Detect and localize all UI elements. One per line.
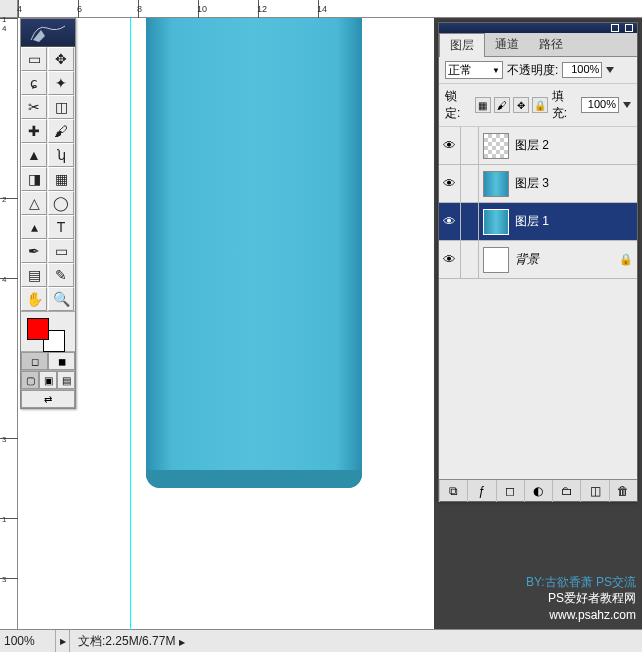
foreground-color[interactable]: [27, 318, 49, 340]
visibility-icon[interactable]: 👁: [439, 165, 461, 202]
blend-mode-select[interactable]: 正常 ▼: [445, 61, 503, 79]
layer-name[interactable]: 背景: [515, 251, 619, 268]
quickmask-on[interactable]: ◼: [48, 352, 75, 370]
pen-tool[interactable]: ✒: [21, 239, 47, 263]
toolbox: ▭ ✥ ɕ ✦ ✂ ◫ ✚ 🖌 ▲ ʮ ◨ ▦ △ ◯ ▴ T ✒ ▭ ▤ ✎ …: [20, 18, 76, 409]
layer-list: 👁 图层 2 👁 图层 3 👁 图层 1 👁 背景 🔒: [439, 127, 637, 279]
move-tool[interactable]: ✥: [48, 47, 74, 71]
layer-name[interactable]: 图层 3: [515, 175, 637, 192]
lock-paint-icon[interactable]: 🖌: [494, 97, 510, 113]
link-column[interactable]: [461, 127, 479, 164]
watermark-line3: www.psahz.com: [549, 608, 636, 622]
layer-thumbnail[interactable]: [483, 133, 509, 159]
fill-label: 填充:: [552, 88, 578, 122]
panel-titlebar[interactable]: [439, 23, 637, 33]
chevron-down-icon: ▼: [492, 66, 502, 75]
link-column[interactable]: [461, 165, 479, 202]
tab-paths[interactable]: 路径: [529, 33, 573, 56]
doc-label: 文档:: [78, 634, 105, 648]
lock-icon: 🔒: [619, 253, 637, 266]
jump-to-imageready[interactable]: ⇄: [21, 390, 75, 408]
minimize-icon[interactable]: [611, 24, 619, 32]
status-bar: 100% ▶ 文档:2.25M/6.77M▶: [0, 629, 642, 652]
zoom-tool[interactable]: 🔍: [48, 287, 74, 311]
eyedropper-tool[interactable]: ✎: [48, 263, 74, 287]
screenmode-full-menu[interactable]: ▣: [39, 371, 57, 389]
blend-mode-value: 正常: [448, 62, 472, 79]
lock-transparency-icon[interactable]: ▦: [475, 97, 491, 113]
toolbox-header[interactable]: [21, 19, 75, 47]
slice-tool[interactable]: ◫: [48, 95, 74, 119]
layer-style-icon[interactable]: ƒ: [467, 480, 495, 502]
quickmask-off[interactable]: ◻: [21, 352, 48, 370]
artwork-shape: [146, 18, 362, 488]
visibility-icon[interactable]: 👁: [439, 203, 461, 240]
history-brush-tool[interactable]: ʮ: [48, 143, 74, 167]
close-icon[interactable]: [625, 24, 633, 32]
heal-tool[interactable]: ✚: [21, 119, 47, 143]
lock-label: 锁定:: [445, 88, 471, 122]
stamp-tool[interactable]: ▲: [21, 143, 47, 167]
brush-tool[interactable]: 🖌: [48, 119, 74, 143]
layer-thumbnail[interactable]: [483, 247, 509, 273]
layer-row[interactable]: 👁 背景 🔒: [439, 241, 637, 279]
path-select-tool[interactable]: ▴: [21, 215, 47, 239]
layer-row[interactable]: 👁 图层 2: [439, 127, 637, 165]
gradient-tool[interactable]: ▦: [48, 167, 74, 191]
opacity-label: 不透明度:: [507, 62, 558, 79]
opacity-slider-icon[interactable]: [606, 67, 614, 73]
marquee-tool[interactable]: ▭: [21, 47, 47, 71]
fill-slider-icon[interactable]: [623, 102, 631, 108]
layer-thumbnail[interactable]: [483, 171, 509, 197]
new-layer-icon[interactable]: ◫: [580, 480, 608, 502]
zoom-value[interactable]: 100%: [0, 630, 56, 652]
tab-channels[interactable]: 通道: [485, 33, 529, 56]
layer-name[interactable]: 图层 2: [515, 137, 637, 154]
adjustment-layer-icon[interactable]: ◐: [524, 480, 552, 502]
new-group-icon[interactable]: 🗀: [552, 480, 580, 502]
hand-tool[interactable]: ✋: [21, 287, 47, 311]
wand-tool[interactable]: ✦: [48, 71, 74, 95]
shape-tool[interactable]: ▭: [48, 239, 74, 263]
chevron-right-icon: ▶: [175, 638, 185, 647]
panel-footer: ⧉ ƒ ◻ ◐ 🗀 ◫ 🗑: [439, 479, 637, 501]
tab-layers[interactable]: 图层: [439, 33, 485, 57]
layer-row[interactable]: 👁 图层 1: [439, 203, 637, 241]
layer-mask-icon[interactable]: ◻: [496, 480, 524, 502]
fill-input[interactable]: 100%: [581, 97, 619, 113]
ruler-horizontal[interactable]: 4 6 8 10 12 14: [18, 0, 642, 18]
eraser-tool[interactable]: ◨: [21, 167, 47, 191]
link-column[interactable]: [461, 241, 479, 278]
layer-row[interactable]: 👁 图层 3: [439, 165, 637, 203]
doc-info[interactable]: 文档:2.25M/6.77M▶: [70, 633, 193, 650]
ruler-vertical[interactable]: 14 2 4 3 1 3: [0, 18, 18, 629]
guide-line[interactable]: [130, 18, 131, 630]
layers-panel: 图层 通道 路径 正常 ▼ 不透明度: 100% 锁定: ▦ 🖌 ✥ 🔒 填充:…: [438, 22, 638, 502]
zoom-dropdown-icon[interactable]: ▶: [56, 630, 70, 652]
lasso-tool[interactable]: ɕ: [21, 71, 47, 95]
canvas-area[interactable]: [18, 18, 434, 629]
watermark: BY:古欲香萧 PS交流 PS爱好者教程网 www.psahz.com: [526, 574, 636, 624]
visibility-icon[interactable]: 👁: [439, 127, 461, 164]
opacity-input[interactable]: 100%: [562, 62, 602, 78]
link-column[interactable]: [461, 203, 479, 240]
lock-position-icon[interactable]: ✥: [513, 97, 529, 113]
layer-name[interactable]: 图层 1: [515, 213, 637, 230]
blur-tool[interactable]: △: [21, 191, 47, 215]
lock-all-icon[interactable]: 🔒: [532, 97, 548, 113]
screenmode-standard[interactable]: ▢: [21, 371, 39, 389]
doc-value: 2.25M/6.77M: [105, 634, 175, 648]
watermark-line1: BY:古欲香萧 PS交流: [526, 574, 636, 591]
screenmode-full[interactable]: ▤: [57, 371, 75, 389]
type-tool[interactable]: T: [48, 215, 74, 239]
color-swatches[interactable]: [21, 311, 75, 351]
delete-layer-icon[interactable]: 🗑: [609, 480, 637, 502]
dodge-tool[interactable]: ◯: [48, 191, 74, 215]
crop-tool[interactable]: ✂: [21, 95, 47, 119]
notes-tool[interactable]: ▤: [21, 263, 47, 287]
layer-thumbnail[interactable]: [483, 209, 509, 235]
link-layers-icon[interactable]: ⧉: [439, 480, 467, 502]
visibility-icon[interactable]: 👁: [439, 241, 461, 278]
watermark-line2: PS爱好者教程网: [548, 591, 636, 605]
